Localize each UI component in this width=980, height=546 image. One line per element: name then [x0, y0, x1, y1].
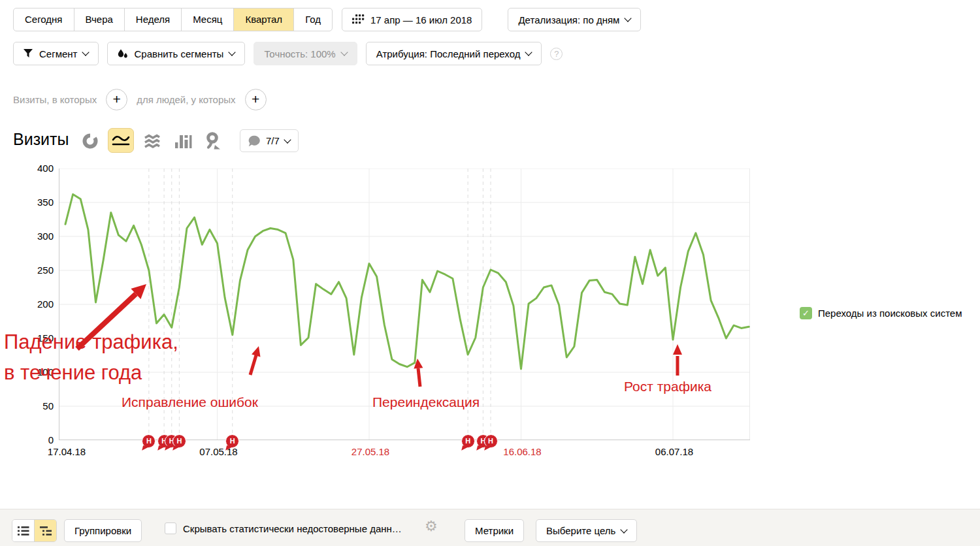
annotation-traffic-drop-line2: в течение года [4, 361, 142, 385]
comment-marker[interactable]: Н [461, 434, 475, 448]
help-glyph: ? [554, 49, 559, 59]
hide-unreliable-checkbox[interactable] [165, 522, 176, 534]
segment-label: Сегмент [39, 48, 77, 59]
x-tick-label: 06.07.18 [655, 446, 693, 457]
attribution-label: Атрибуция: Последний переход [376, 48, 521, 59]
tree-view-button[interactable] [34, 520, 56, 541]
y-tick-label: 0 [20, 434, 54, 445]
comments-dropdown[interactable]: 7/7 [240, 129, 299, 152]
visits-filter-label: Визиты, в которых [13, 94, 97, 105]
annotation-growth: Рост трафика [624, 379, 711, 394]
list-view-button[interactable] [12, 520, 34, 541]
toolbar-row-segments: Сегмент Сравнить сегменты Точность: 100%… [13, 42, 563, 65]
x-tick-label: 17.04.18 [48, 446, 86, 457]
chevron-down-icon [229, 48, 236, 56]
metrics-label: Метрики [475, 525, 514, 536]
period-button-Вчера[interactable]: Вчера [74, 8, 124, 31]
compare-segments-button[interactable]: Сравнить сегменты [107, 42, 245, 65]
x-tick-label: 16.06.18 [503, 446, 541, 457]
calendar-grid-icon [352, 14, 365, 25]
accuracy-label: Точность: 100% [264, 48, 335, 59]
line-chart-icon-selected[interactable] [108, 128, 134, 153]
metrics-button[interactable]: Метрики [465, 519, 524, 542]
y-tick-label: 200 [20, 298, 54, 310]
attribution-dropdown[interactable]: Атрибуция: Последний переход [366, 42, 542, 65]
help-icon[interactable]: ? [550, 48, 563, 60]
x-tick-label: 27.05.18 [351, 446, 389, 457]
chevron-down-icon [525, 48, 532, 56]
segment-button[interactable]: Сегмент [13, 42, 99, 65]
add-people-condition-button[interactable]: + [245, 89, 267, 110]
gear-icon[interactable]: ⚙ [425, 518, 438, 534]
map-pin-icon[interactable] [205, 132, 222, 153]
date-range-label: 17 апр — 16 июл 2018 [370, 14, 472, 25]
chevron-down-icon [284, 136, 291, 143]
detail-label: Детализация: по дням [518, 14, 619, 25]
groupings-button[interactable]: Группировки [64, 519, 142, 542]
chevron-down-icon [82, 48, 90, 56]
chevron-down-icon [340, 48, 348, 56]
period-group: СегодняВчераНеделяМесяцКварталГод [13, 8, 333, 31]
drops-icon [118, 48, 128, 59]
tree-icon [40, 526, 52, 536]
plus-icon: + [252, 91, 259, 107]
period-button-Месяц[interactable]: Месяц [181, 8, 233, 31]
stacked-area-icon[interactable] [144, 133, 161, 152]
legend-label: Переходы из поисковых систем [818, 308, 962, 319]
chart-title: Визиты [13, 130, 69, 149]
bottom-toolbar: Группировки Скрывать статистически недос… [0, 509, 980, 546]
legend-item[interactable]: ✓ Переходы из поисковых систем [800, 307, 962, 319]
period-button-Сегодня[interactable]: Сегодня [14, 8, 74, 31]
select-goal-label: Выберите цель [546, 525, 615, 536]
bar-chart-icon[interactable] [174, 133, 192, 152]
hide-unreliable-label: Скрывать статистически недостоверные дан… [183, 523, 402, 534]
accuracy-dropdown[interactable]: Точность: 100% [253, 42, 357, 65]
groupings-label: Группировки [74, 525, 131, 536]
comments-count: 7/7 [266, 135, 280, 146]
annotation-bugfix: Исправление ошибок [122, 394, 258, 410]
line-chart-icon [111, 133, 131, 148]
view-mode-toggle [12, 519, 57, 542]
compare-segments-label: Сравнить сегменты [134, 48, 223, 59]
pie-chart-icon[interactable] [82, 133, 99, 152]
legend-checkbox[interactable]: ✓ [800, 307, 812, 319]
chevron-down-icon [625, 14, 632, 22]
comment-marker[interactable]: Н [484, 434, 498, 448]
select-goal-dropdown[interactable]: Выберите цель [536, 519, 637, 542]
annotation-traffic-drop-line1: Падение трафика, [4, 330, 178, 354]
date-range-button[interactable]: 17 апр — 16 июл 2018 [342, 8, 482, 31]
comment-marker[interactable]: Н [142, 434, 155, 448]
plus-icon: + [113, 91, 121, 107]
period-button-Неделя[interactable]: Неделя [124, 8, 181, 31]
comment-marker[interactable]: Н [172, 434, 186, 448]
yandex-metrica-page: СегодняВчераНеделяМесяцКварталГод 17 апр… [0, 0, 980, 546]
y-tick-label: 350 [20, 197, 54, 208]
list-icon [18, 526, 29, 536]
add-visit-condition-button[interactable]: + [106, 89, 127, 110]
period-button-Год[interactable]: Год [293, 8, 332, 31]
check-icon: ✓ [802, 308, 809, 318]
y-tick-label: 250 [20, 265, 54, 276]
annotation-reindex: Переиндексация [372, 394, 480, 410]
toolbar-row-periods: СегодняВчераНеделяМесяцКварталГод 17 апр… [13, 8, 641, 31]
funnel-icon [24, 49, 33, 58]
chevron-down-icon [621, 526, 628, 533]
chart-header: Визиты [13, 128, 431, 154]
y-tick-label: 50 [20, 400, 54, 411]
people-filter-label: для людей, у которых [137, 94, 235, 105]
detail-dropdown[interactable]: Детализация: по дням [508, 8, 641, 31]
comment-bubble-icon [248, 135, 261, 147]
toolbar-row-filters: Визиты, в которых + для людей, у которых… [13, 89, 267, 110]
period-button-Квартал[interactable]: Квартал [233, 8, 293, 31]
y-tick-label: 400 [20, 163, 54, 174]
y-tick-label: 300 [20, 231, 54, 242]
